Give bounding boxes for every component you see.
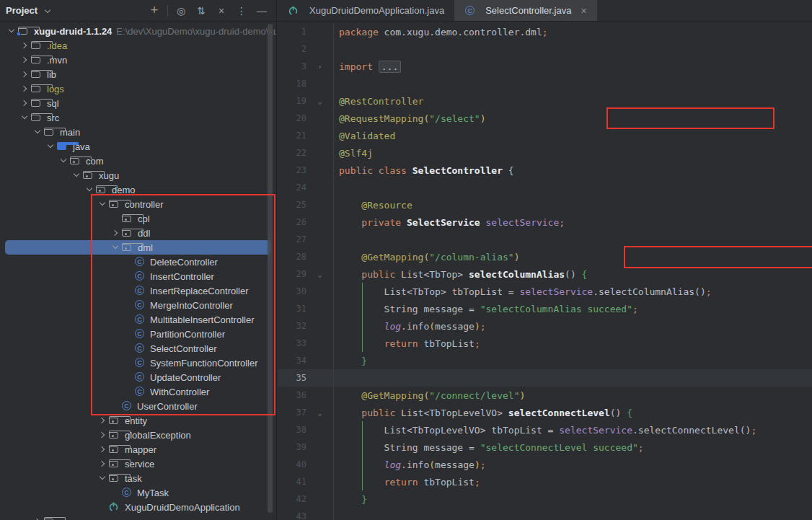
chevron-right-icon[interactable]: [97, 458, 108, 470]
chevron-down-icon[interactable]: [84, 184, 95, 195]
close-tab-icon[interactable]: ×: [581, 5, 586, 17]
tree-item-java[interactable]: java: [0, 139, 276, 154]
chevron-down-icon[interactable]: [19, 112, 30, 123]
code-line-41[interactable]: 41 return tbTopList;: [278, 473, 812, 490]
tree-item-ddl[interactable]: ddl: [0, 226, 276, 240]
code-line-22[interactable]: 22@Slf4j: [278, 144, 812, 162]
code-line-43[interactable]: 43: [278, 508, 812, 520]
code-editor[interactable]: 1package com.xugu.demo.controller.dml;23…: [278, 22, 812, 520]
code-line-24[interactable]: 24: [278, 179, 812, 196]
gutter[interactable]: 20: [278, 110, 334, 127]
gutter[interactable]: 43: [278, 508, 334, 520]
tree-item-DeleteController[interactable]: CDeleteController: [0, 255, 276, 269]
tree-item-mapper[interactable]: mapper: [0, 442, 276, 457]
tree-item-lib[interactable]: lib: [0, 67, 276, 81]
code-line-3[interactable]: 3›import ...: [278, 58, 812, 75]
add-icon[interactable]: +: [146, 3, 163, 19]
gutter[interactable]: 40: [278, 456, 334, 473]
gutter[interactable]: 42: [278, 490, 334, 508]
tree-item-PartitionController[interactable]: CPartitionController: [0, 327, 276, 341]
expand-all-icon[interactable]: ⇅: [193, 3, 210, 19]
chevron-right-icon[interactable]: [110, 227, 121, 239]
tree-item-com[interactable]: com: [0, 154, 276, 168]
gutter[interactable]: 39: [278, 439, 334, 456]
code-line-2[interactable]: 2: [278, 40, 812, 58]
chevron-down-icon[interactable]: [42, 6, 53, 17]
chevron-right-icon[interactable]: [32, 516, 43, 520]
gutter[interactable]: 36: [278, 387, 334, 404]
chevron-right-icon[interactable]: [97, 429, 108, 441]
gutter[interactable]: 27: [278, 231, 334, 248]
tree-item-xugu-druid-1.1.24[interactable]: xugu-druid-1.1.24E:\dev\XuguDemo\xugu-dr…: [0, 24, 276, 38]
code-line-34[interactable]: 34 }: [278, 352, 812, 369]
tree-item-partial[interactable]: [0, 514, 276, 520]
tree-item-controller[interactable]: controller: [0, 197, 276, 211]
code-line-20[interactable]: 20@RequestMapping("/select"): [278, 110, 812, 127]
code-line-29[interactable]: 29⌄ public List<TbTop> selectColumnAlias…: [278, 265, 812, 283]
tree-item-MultitableInsertController[interactable]: CMultitableInsertController: [0, 312, 276, 327]
chevron-right-icon[interactable]: [19, 40, 30, 51]
tree-item-dml[interactable]: dml: [0, 240, 276, 255]
chevron-right-icon[interactable]: [19, 97, 30, 109]
tree-item-XuguDruidDemoApplication[interactable]: XuguDruidDemoApplication: [0, 500, 276, 514]
code-line-30[interactable]: 30 List<TbTop> tbTopList = selectService…: [278, 283, 812, 300]
gutter[interactable]: 24: [278, 179, 334, 196]
tree-scrollbar[interactable]: [268, 24, 273, 513]
gutter[interactable]: 28: [278, 248, 334, 265]
code-line-27[interactable]: 27: [278, 231, 812, 248]
tree-item-globalException[interactable]: globalException: [0, 428, 276, 442]
tree-item-entity[interactable]: entity: [0, 413, 276, 428]
gutter[interactable]: 38: [278, 421, 334, 439]
gutter[interactable]: 35: [278, 369, 334, 387]
tree-item-service[interactable]: service: [0, 457, 276, 471]
tree-item-InsertReplaceController[interactable]: CInsertReplaceController: [0, 283, 276, 298]
gutter[interactable]: 34: [278, 352, 334, 369]
collapse-all-icon[interactable]: ×: [213, 3, 230, 19]
tree-item-sql[interactable]: sql: [0, 96, 276, 110]
code-line-26[interactable]: 26 private SelectService selectService;: [278, 213, 812, 231]
fold-expand-icon[interactable]: ›: [306, 63, 333, 71]
code-line-25[interactable]: 25 @Resource: [278, 196, 812, 213]
code-line-33[interactable]: 33 return tbTopList;: [278, 335, 812, 352]
project-panel-title[interactable]: Project: [6, 5, 37, 16]
chevron-right-icon[interactable]: [19, 54, 30, 66]
chevron-down-icon[interactable]: [97, 472, 108, 484]
tree-item-InsertController[interactable]: CInsertController: [0, 269, 276, 283]
tree-item-demo[interactable]: demo: [0, 182, 276, 197]
gutter[interactable]: 30: [278, 283, 334, 300]
more-options-icon[interactable]: ⋮: [233, 3, 250, 19]
gutter[interactable]: 41: [278, 473, 334, 490]
code-line-35[interactable]: 35: [278, 369, 812, 387]
chevron-down-icon[interactable]: [58, 155, 69, 167]
tree-item-task[interactable]: task: [0, 471, 276, 485]
tree-item-UserController[interactable]: CUserController: [0, 399, 276, 413]
tree-item-main[interactable]: main: [0, 125, 276, 139]
code-line-37[interactable]: 37⌄ public List<TbTopLevelVO> selectConn…: [278, 404, 812, 421]
editor-tab-XuguDruidDemoApplication.java[interactable]: XuguDruidDemoApplication.java: [278, 0, 454, 21]
code-line-23[interactable]: 23public class SelectController {: [278, 162, 812, 179]
gutter[interactable]: 37⌄: [278, 404, 334, 421]
tree-item-UpdateController[interactable]: CUpdateController: [0, 370, 276, 384]
tree-item-WithController[interactable]: CWithController: [0, 384, 276, 399]
tree-item-MyTask[interactable]: CMyTask: [0, 485, 276, 500]
code-line-42[interactable]: 42 }: [278, 490, 812, 508]
tree-item-src[interactable]: src: [0, 110, 276, 125]
gutter[interactable]: 32: [278, 317, 334, 335]
code-line-39[interactable]: 39 String message = "selectConnectLevel …: [278, 439, 812, 456]
chevron-right-icon[interactable]: [97, 415, 108, 426]
editor-tab-SelectController.java[interactable]: CSelectController.java×: [454, 0, 596, 21]
gutter[interactable]: 33: [278, 335, 334, 352]
tree-item-.idea[interactable]: .idea: [0, 38, 276, 53]
chevron-right-icon[interactable]: [19, 69, 30, 80]
code-line-32[interactable]: 32 log.info(message);: [278, 317, 812, 335]
code-line-38[interactable]: 38 List<TbTopLevelVO> tbTopList = select…: [278, 421, 812, 439]
gutter[interactable]: 2: [278, 40, 334, 58]
gutter[interactable]: 26: [278, 213, 334, 231]
chevron-right-icon[interactable]: [97, 444, 108, 455]
tree-item-cpl[interactable]: cpl: [0, 211, 276, 226]
gutter[interactable]: 18: [278, 75, 334, 92]
chevron-down-icon[interactable]: [45, 141, 56, 152]
code-line-19[interactable]: 19⌄@RestController: [278, 92, 812, 110]
gutter[interactable]: 29⌄: [278, 265, 334, 283]
folded-imports-placeholder[interactable]: ...: [379, 61, 401, 73]
